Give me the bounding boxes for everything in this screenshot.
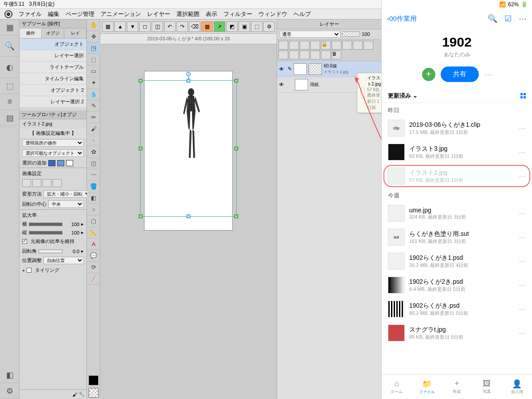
ctb-clear-icon[interactable]: ⌫ [189, 21, 200, 32]
select-icon[interactable]: ☑ [505, 14, 512, 23]
file-more-icon[interactable]: ⋯ [519, 257, 526, 266]
wrench-icon[interactable]: 🔧 [78, 391, 85, 397]
ctb-check-icon[interactable]: ▣ [239, 21, 250, 32]
figure-tool-icon[interactable]: ○ [87, 204, 100, 215]
handle-tc[interactable] [187, 79, 190, 82]
select-rect-tool-icon[interactable]: ▭ [87, 66, 100, 77]
fill-tool-icon[interactable]: 🪣 [87, 181, 100, 192]
imgset-btn4[interactable] [53, 179, 62, 187]
tab-files[interactable]: 📁ファイル [412, 375, 442, 399]
tool-magnify-icon[interactable]: 🔍 [0, 35, 20, 57]
ruler-tool-icon[interactable]: 📐 [87, 227, 100, 239]
tab-create[interactable]: +作成 [442, 375, 472, 399]
rotation-handle[interactable] [186, 72, 191, 76]
rotation-slider[interactable] [39, 250, 63, 253]
more-icon[interactable]: ⋯ [519, 14, 527, 23]
transparent-swatch[interactable] [89, 388, 98, 398]
scale-h-arrow-icon[interactable]: ▸ [81, 230, 84, 235]
brush-icon[interactable]: 🖌 [72, 392, 77, 397]
scale-h-slider[interactable] [29, 231, 63, 235]
app-logo-icon[interactable] [4, 10, 12, 18]
visibility-icon[interactable]: 👁 [279, 82, 286, 88]
file-more-icon[interactable]: ⋯ [519, 233, 526, 242]
balloon-tool-icon[interactable]: 💬 [87, 250, 100, 262]
handle-bc[interactable] [187, 215, 190, 218]
transform-method[interactable]: 拡大・縮小・回転 [43, 190, 91, 198]
menu-edit[interactable]: 編集 [48, 10, 59, 18]
file-more-icon[interactable]: ⋯ [519, 305, 526, 313]
file-row-highlighted[interactable]: イラスト2.jpg57 KB, 最終更新日 1日前 ⋯ [382, 164, 532, 188]
tab-operate[interactable]: 操作 [20, 28, 42, 38]
layer-opacity[interactable]: 100 [362, 31, 379, 37]
lyr-btn8[interactable] [353, 41, 363, 50]
subtool-object2[interactable]: オブジェクト 2 [20, 85, 86, 96]
correct-tool-icon[interactable]: ⟳ [87, 262, 100, 273]
menu-layer[interactable]: レイヤー [147, 10, 170, 18]
file-row[interactable]: clip 2019-03-06らくがき1.clip17.5 MB, 最終更新日 … [382, 116, 532, 140]
addsel-mode2-icon[interactable] [57, 160, 64, 166]
ctb-redo-icon[interactable]: ↷ [176, 21, 188, 32]
lyr-trash-icon[interactable]: 🗑 [332, 51, 341, 59]
ctb-settings-icon[interactable]: ⚙ [263, 21, 275, 32]
folder-more-icon[interactable]: ⋯ [484, 70, 492, 79]
lyr-btn3[interactable] [300, 41, 309, 50]
frame-tool-icon[interactable]: ▢ [87, 215, 100, 227]
lyr-btn1[interactable] [278, 41, 288, 50]
tab-photos[interactable]: 🖼写真 [472, 375, 502, 399]
handle-bl[interactable] [139, 215, 142, 218]
scale-w-arrow-icon[interactable]: ▸ [81, 221, 84, 227]
lyr-btn12[interactable] [300, 51, 309, 59]
menu-help[interactable]: ヘルプ [293, 10, 311, 18]
menu-select[interactable]: 選択範囲 [176, 10, 200, 18]
tab-personal[interactable]: 👤個人用 [502, 375, 532, 399]
ctb-grid-icon[interactable]: ▦ [102, 21, 113, 32]
share-button[interactable]: 共有 [441, 66, 479, 82]
menu-anim[interactable]: アニメーション [101, 10, 141, 18]
imgset-btn2[interactable] [32, 179, 41, 187]
tool-gear-icon[interactable]: ⚙ [0, 383, 20, 399]
file-more-icon[interactable]: ⋯ [519, 148, 526, 156]
rotation-value[interactable]: 0.0 [64, 249, 79, 254]
position-mode[interactable]: 自由位置 [43, 257, 84, 264]
prop-transparent-op[interactable]: 透明箇所の操作 [22, 139, 84, 147]
expand-icon[interactable]: + [22, 268, 25, 273]
search-icon[interactable]: 🔍 [488, 14, 497, 23]
ctb-undo-icon[interactable]: ↶ [164, 21, 176, 32]
addsel-mode-icon[interactable] [48, 160, 55, 166]
tiling-checkbox[interactable] [27, 268, 31, 273]
file-more-icon[interactable]: ⋯ [519, 172, 526, 180]
file-row[interactable]: スナグラt.jpg69 KB, 最終更新日 5日前 ⋯ [382, 321, 532, 345]
menu-filter[interactable]: フィルター [223, 10, 252, 18]
lyr-new-icon[interactable] [364, 41, 373, 50]
file-row[interactable]: sut らくがき色塗り用.sut161 KB, 最終更新日 3日前 ⋯ [382, 225, 532, 249]
lyr-btn11[interactable] [289, 51, 299, 59]
ctb-fit-icon[interactable]: ◫ [152, 21, 163, 32]
menu-window[interactable]: ウィンドウ [258, 10, 287, 18]
tool-timeline-icon[interactable]: ≡ [0, 94, 20, 110]
sort-dropdown[interactable]: 更新済み ⌄ [388, 92, 418, 100]
file-more-icon[interactable]: ⋯ [519, 209, 526, 218]
foreground-swatch[interactable] [89, 376, 98, 385]
tool-layers-icon[interactable]: ▤ [0, 110, 20, 126]
blend-mode[interactable]: 通常 [280, 31, 340, 38]
lyr-btn14[interactable] [321, 51, 331, 59]
text-tool-icon[interactable]: A [87, 239, 100, 250]
airbrush-tool-icon[interactable]: ◦ [87, 135, 100, 146]
keep-ratio-checkbox[interactable] [22, 239, 27, 244]
ctb-sel1-icon[interactable]: ▦ [201, 21, 213, 32]
pencil-tool-icon[interactable]: ✏ [87, 112, 100, 123]
operation-tool-icon[interactable]: ◳ [87, 43, 100, 54]
handle-tl[interactable] [139, 79, 142, 82]
menu-file[interactable]: ファイル [19, 10, 42, 18]
move-tool-icon[interactable]: ✥ [87, 31, 100, 43]
tab-home[interactable]: ⌂ホーム [382, 375, 412, 399]
file-more-icon[interactable]: ⋯ [519, 281, 526, 289]
file-row[interactable]: 1902らくがき1.psd26.2 MB, 最終更新日 4日前 ⋯ [382, 249, 532, 273]
lyr-btn4[interactable] [310, 41, 320, 50]
prop-selectable[interactable]: 選択可能なオブジェクト [22, 149, 84, 157]
tool-grid-icon[interactable]: ▦ [0, 20, 20, 35]
scale-w-slider[interactable] [29, 223, 63, 226]
file-row[interactable]: イラスト3.jpg62 KB, 最終更新日 1日前 ⋯ [382, 140, 532, 164]
blend-tool-icon[interactable]: 〰 [87, 169, 100, 181]
tab-object[interactable]: オブジ [42, 28, 64, 38]
